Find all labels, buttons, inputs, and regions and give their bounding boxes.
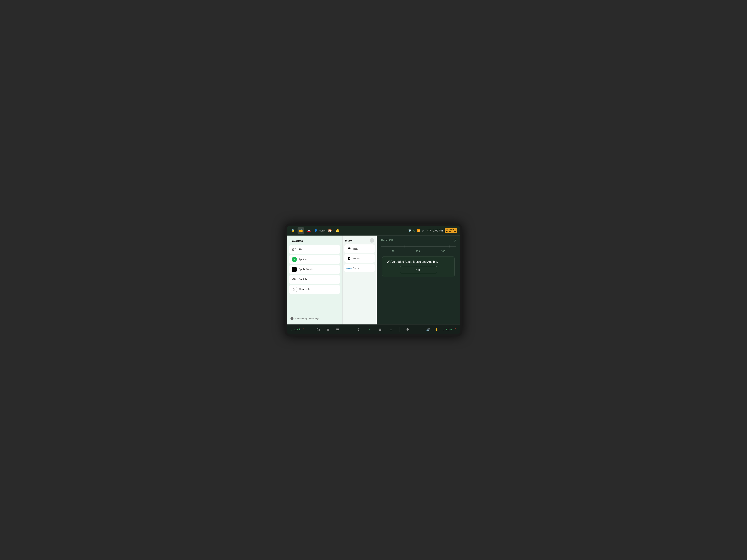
right-temp-label: LO (446, 328, 449, 331)
radio-status-bar: Radio Off ⏻ (377, 236, 460, 243)
more-item-tunein[interactable]: TI TuneIn (344, 254, 375, 263)
user-profile[interactable]: 👤 Rivian (314, 229, 325, 233)
more-label-alexa: Alexa (353, 267, 359, 269)
bottom-bar: ⌄ LO ❄ ⌃ (287, 324, 460, 334)
left-chevron-down-button[interactable]: ⌄ (290, 328, 293, 331)
bell-icon-btn[interactable]: 🔔 (334, 227, 341, 234)
fav-item-apple-music[interactable]: ♫ Apple Music (289, 265, 340, 274)
right-chevron-down-button[interactable]: ⌄ (442, 328, 444, 331)
climate-icons-left (315, 326, 341, 333)
radio-scale-container (377, 243, 460, 249)
fav-label-audible: Audible (299, 278, 307, 281)
right-temp-display: LO ❄ (446, 328, 452, 331)
more-label-tidal: Tidal (353, 247, 358, 250)
media-icon-btn[interactable]: 📻 (298, 227, 304, 234)
home-icon-btn[interactable]: 🏠 (327, 227, 333, 234)
left-fan-icon: ❄ (299, 328, 301, 331)
screen: 🔒 📻 🚗 👤 Rivian 🏠 🔔 📡 ⬡ 📶 84° LTE 2:50 PM… (287, 226, 460, 334)
navigation-icon-btn[interactable]: ⊙ (356, 326, 362, 333)
fav-item-fm[interactable]: ((·)) FM (289, 245, 340, 254)
fav-item-bluetooth[interactable]: Bluetooth (289, 285, 340, 294)
fav-label-fm: FM (299, 248, 302, 251)
scale-label-103: 103 (416, 250, 420, 252)
radio-power-icon: ⏻ (453, 238, 456, 242)
car-frame: 🔒 📻 🚗 👤 Rivian 🏠 🔔 📡 ⬡ 📶 84° LTE 2:50 PM… (285, 223, 462, 337)
airbag-badge: PASSENGER AIRBAG OFF (445, 228, 457, 233)
tunein-icon: TI (346, 256, 352, 261)
right-fan-icon: ❄ (450, 328, 452, 331)
signal-strength: LTE (428, 229, 431, 232)
more-item-alexa[interactable]: alexa Alexa (344, 264, 375, 272)
time-display: 2:50 PM (433, 229, 443, 232)
fav-label-apple-music: Apple Music (299, 268, 313, 271)
next-button[interactable]: Next (400, 266, 437, 273)
rear-defrost-icon-btn[interactable] (334, 326, 341, 333)
settings-icon-btn[interactable]: ⚙ (404, 326, 411, 333)
fav-item-audible[interactable]: Audible (289, 275, 340, 284)
scale-label-108: 108 (441, 250, 445, 252)
bottom-right-controls: 🔊 ✋ ⌄ LO ❄ ⌃ (423, 326, 457, 333)
bluetooth-icon (292, 287, 297, 292)
left-chevron-up-button[interactable]: ⌃ (302, 328, 304, 331)
front-defrost-icon-btn[interactable] (325, 326, 331, 333)
hand-icon-btn[interactable]: ✋ (433, 326, 440, 333)
bottom-center-nav: ⊙ ♪ ⊞ ▭ ⚙ (343, 326, 423, 333)
info-icon: i (290, 317, 293, 320)
close-more-button[interactable]: ✕ (369, 238, 374, 243)
wifi-icon: 📶 (417, 229, 420, 232)
scale-labels: 98 103 108 (377, 249, 460, 252)
radio-panel: Radio Off ⏻ 98 103 108 We've add (377, 236, 460, 324)
notification-text: We've added Apple Music and Audible. (387, 260, 438, 264)
hint-text: Hold and drag to rearrange (294, 317, 319, 320)
apple-music-icon: ♫ (292, 267, 297, 272)
airbag-line2: AIRBAG OFF (446, 231, 456, 233)
seat-heat-icon-btn[interactable] (315, 326, 321, 333)
notification-banner: We've added Apple Music and Audible. Nex… (382, 256, 455, 277)
spotify-icon: ♪ (292, 257, 297, 262)
main-content: Favorites ((·)) FM ♪ Spotify ♫ Apple Mus… (287, 236, 460, 324)
tidal-icon (346, 246, 352, 251)
favorites-title: Favorites (289, 239, 340, 244)
fav-item-spotify[interactable]: ♪ Spotify (289, 255, 340, 264)
screen-icon-btn[interactable]: ▭ (388, 326, 394, 333)
more-item-tidal[interactable]: Tidal (344, 244, 375, 253)
more-title: More (345, 239, 352, 242)
hold-drag-hint: i Hold and drag to rearrange (289, 316, 340, 321)
fav-label-bluetooth: Bluetooth (299, 288, 310, 291)
left-temp-display: LO ❄ (294, 328, 301, 331)
svg-rect-2 (317, 329, 319, 331)
user-icon: 👤 (314, 229, 317, 233)
scale-line (381, 246, 456, 247)
favorites-panel: Favorites ((·)) FM ♪ Spotify ♫ Apple Mus… (287, 236, 342, 324)
music-icon-btn[interactable]: ♪ (366, 326, 373, 333)
car-icon-btn[interactable]: 🚗 (305, 227, 312, 234)
bottom-divider (399, 327, 400, 332)
more-panel: More ✕ Tidal TI (342, 236, 377, 324)
alexa-icon: alexa (346, 266, 352, 270)
more-header: More ✕ (344, 238, 375, 243)
bottom-left-climate: ⌄ LO ❄ ⌃ (290, 328, 313, 331)
fav-label-spotify: Spotify (299, 258, 307, 261)
audible-icon (292, 277, 297, 282)
user-label: Rivian (319, 229, 325, 232)
temperature-display: 84° (422, 229, 426, 232)
radio-status-text: Radio Off (381, 239, 393, 242)
scale-label-98: 98 (392, 250, 394, 252)
status-bar: 📡 ⬡ 📶 84° LTE 2:50 PM PASSENGER AIRBAG O… (408, 228, 457, 233)
right-chevron-up-button[interactable]: ⌃ (454, 328, 457, 331)
scale-tick-2 (427, 245, 427, 248)
left-temp-label: LO (294, 328, 298, 331)
fm-icon: ((·)) (292, 247, 297, 252)
no-wifi-icon: 📡 (408, 229, 411, 232)
airbag-line1: PASSENGER (446, 228, 456, 231)
lock-icon-btn[interactable]: 🔒 (290, 227, 297, 234)
grid-icon-btn[interactable]: ⊞ (377, 326, 384, 333)
music-active-indicator (368, 332, 371, 332)
close-icon: ✕ (371, 239, 373, 242)
top-nav: 🔒 📻 🚗 👤 Rivian 🏠 🔔 📡 ⬡ 📶 84° LTE 2:50 PM… (287, 226, 460, 236)
scale-tick-3 (449, 245, 449, 248)
bluetooth-status-icon: ⬡ (413, 229, 415, 232)
volume-icon-btn[interactable]: 🔊 (425, 326, 432, 333)
more-label-tunein: TuneIn (353, 257, 360, 260)
scale-tick-1 (404, 245, 405, 248)
